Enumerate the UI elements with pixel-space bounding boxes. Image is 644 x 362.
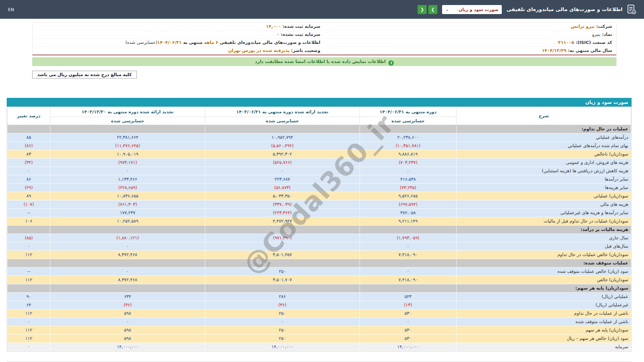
row-label: سود(زیان) عملیاتی	[457, 192, 631, 200]
row-value: ۹,۸۸۶,۸۱۹	[360, 150, 456, 159]
info-value: ۶ ماهه	[204, 40, 218, 45]
statement-row: سال جاری(۱,۷۹۳,۰۵۹)(۹۷۱,۴۹۰)(۱,۸۸۰,۱۲۱)(…	[7, 234, 631, 242]
chevron-down-icon: ⌄	[445, 7, 449, 11]
statement-row: ناشي از عملیات در حال تداوم۵۳۰۲۵۰۵۹۸۱۱۲	[7, 309, 631, 318]
statement-row: غیرعملیاتي (ریال)(۱۳)(۳۶)(۳۶)۶۴	[7, 301, 631, 309]
row-value: (۷۶۱,۳۰۳)	[50, 200, 205, 209]
row-value: ۵۳۰	[360, 335, 456, 343]
statement-row: ناشي از عملیات متوقف شده۰۰۰۰	[7, 318, 631, 326]
row-label: سال‌های قبل	[457, 242, 631, 251]
info-label: وضعیت ناشر:	[289, 48, 320, 53]
row-value	[205, 125, 360, 133]
info-row: سرمایه ثبت شده: ۱۴,۰۰۰	[33, 22, 324, 31]
row-value: (۲۲۳,۳۶۴)	[205, 209, 360, 217]
row-value: ۱,۱۳۳,۴۶۶	[50, 175, 205, 184]
row-value: ۲۵۰	[205, 267, 360, 276]
row-value: ۰	[205, 242, 360, 251]
col-header-change-pct: درصد تغییر	[7, 107, 50, 125]
info-value: ۳۱۱۰۰۵	[558, 40, 574, 45]
row-value: ۰	[50, 318, 205, 326]
statement-type-select[interactable]: صورت سود و زیان ⌄	[442, 5, 502, 14]
topbar: اطلاعات و صورت‌های مالی میاندوره‌ای تلفی…	[0, 0, 644, 19]
statement-row: سود (زیان) خالص عملیات متوقف شده۰۲۵۰۰--	[7, 267, 631, 276]
info-row: سرمایه ثبت نشده: ۰	[33, 31, 324, 39]
row-value: (۷۳,۲۳۵)	[360, 184, 456, 192]
row-change-pct: (۲۹)	[7, 184, 50, 192]
info-value: ۱۴۰۴/۱۲/۲۹	[542, 48, 567, 53]
row-label: سایر درآمدها و هزینه های غیرعملیاتی	[457, 209, 631, 217]
row-change-pct: ۸۹	[7, 192, 50, 200]
row-value: ۲۲۳,۶۸۷	[205, 175, 360, 184]
row-value: ۷,۴۱۸,۰۹۰	[360, 276, 456, 284]
row-change-pct: ۹۰	[7, 293, 50, 301]
row-value: ۲۰,۲۳۸,۶۰۰	[360, 133, 456, 142]
info-row: اطلاعات و صورت‌های مالی میاندوره‌ای تلفی…	[33, 39, 324, 47]
row-value: ۳۸۲,۰۵۸	[360, 209, 456, 217]
info-label: نماد:	[600, 32, 612, 37]
row-value	[360, 259, 456, 267]
row-value: (۹۷۳,۱۷۱)	[50, 159, 205, 167]
col-header-period-annual: تجدید ارائه شده دوره منتهی به ۱۴۰۳/۱۲/۳۰	[50, 107, 205, 117]
row-value: ۰	[360, 318, 456, 326]
row-change-pct: ۰	[7, 242, 50, 251]
row-value: ۵۳۰	[360, 309, 456, 318]
statement-row: عملیاتي (ریال)۵۴۳۲۸۶۶۳۴۹۰	[7, 293, 631, 301]
row-label: سود(زیان) خالص	[457, 276, 631, 284]
row-value: ۰	[360, 167, 456, 175]
row-label: عملیات در حال تداوم:	[457, 125, 631, 133]
row-change-pct: ۱۱۲	[7, 276, 50, 284]
row-change-pct: (۸۵)	[7, 234, 50, 242]
row-label: سایر هزینه‌ها	[457, 184, 631, 192]
statement-type-select-value: صورت سود و زیان	[459, 7, 498, 12]
row-change-pct: ۰	[7, 343, 50, 351]
row-change-pct: ۸۶	[7, 175, 50, 184]
row-value: (۳۶)	[50, 301, 205, 309]
statement-row: سایر درآمدها و هزینه های غیرعملیاتی۳۸۲,۰…	[7, 209, 631, 217]
row-value: ۵,۰۳۳,۳۵۰	[205, 192, 360, 200]
row-value: (۱۱,۴۷۶,۶۴۵)	[50, 142, 205, 150]
row-change-pct: ۱۱۲	[7, 251, 50, 259]
row-label: بهای تمام شده درآمدهای عملیاتي	[457, 142, 631, 150]
row-value: (۳۶)	[205, 301, 360, 309]
row-value: ۰	[50, 167, 205, 175]
page-title: اطلاعات و صورت‌های مالی میاندوره‌ای تلفی…	[506, 6, 623, 12]
row-value: ۵,۳۹۲,۳۰۲	[205, 150, 360, 159]
statement-row: سود(زیان) ناخالص۹,۸۸۶,۸۱۹۵,۳۹۲,۳۰۲۱۰,۹۰۵…	[7, 150, 631, 159]
row-change-pct: ۰	[7, 167, 50, 175]
statement-nav: ❯ ❮	[418, 5, 437, 14]
row-value	[360, 284, 456, 293]
info-row: سال مالی منتهی به: ۱۴۰۴/۱۲/۲۹	[324, 47, 616, 55]
info-value: پذیرفته شده در بورس تهران	[228, 48, 289, 53]
prev-statement-button[interactable]: ❮	[418, 5, 427, 14]
signature-notice: iاطلاعات نمایش داده شده با اطلاعات امضا …	[32, 57, 616, 66]
row-change-pct: ۶۴	[7, 301, 50, 309]
row-label: سرمایه	[457, 343, 631, 351]
row-value: ۰	[360, 242, 456, 251]
statement-table-wrap: شرح دوره منتهی به ۱۴۰۴/۰۶/۳۱ تجدید ارائه…	[7, 107, 632, 352]
row-value: ۰	[205, 318, 360, 326]
row-value: (۱۰,۳۵۱,۷۸۱)	[360, 142, 456, 150]
row-value: ۹,۵۲۶,۶۸۵	[360, 192, 456, 200]
row-value: ۴,۴۷۲,۹۴۷	[205, 217, 360, 226]
info-label: کد صنعت (ISIC):	[574, 40, 612, 45]
period-header-row: شرح دوره منتهی به ۱۴۰۴/۰۶/۳۱ تجدید ارائه…	[7, 107, 631, 117]
row-value	[50, 284, 205, 293]
next-statement-button[interactable]: ❯	[428, 5, 437, 14]
row-value	[50, 226, 205, 234]
row-value: (۱۳)	[360, 301, 456, 309]
info-row: نماد: بنیرو	[324, 31, 616, 39]
row-value: ۲۵۰	[205, 335, 360, 343]
row-label: سود(زیان) خالص عملیات در حال تداوم	[457, 251, 631, 259]
row-change-pct	[7, 284, 50, 293]
row-value: ۰	[360, 267, 456, 276]
row-value: (۲۲۸,۶۵۹)	[50, 184, 205, 192]
row-value: ۲۵۰	[205, 326, 360, 335]
row-label: سود (زیان) خالص هر سهم – ریال	[457, 335, 631, 343]
statement-row: بهای تمام شده درآمدهای عملیاتي(۱۰,۳۵۱,۷۸…	[7, 142, 631, 150]
info-label: منتهی به	[182, 40, 204, 45]
language-toggle[interactable]: EN	[8, 7, 14, 12]
currency-unit-note: کلیه مبالغ درج شده به میلیون ریال می باش…	[32, 71, 137, 78]
info-label: شرکت:	[595, 24, 612, 29]
row-value	[50, 125, 205, 133]
row-value: ۱۰,۲۵۲,۵۸۹	[50, 217, 205, 226]
